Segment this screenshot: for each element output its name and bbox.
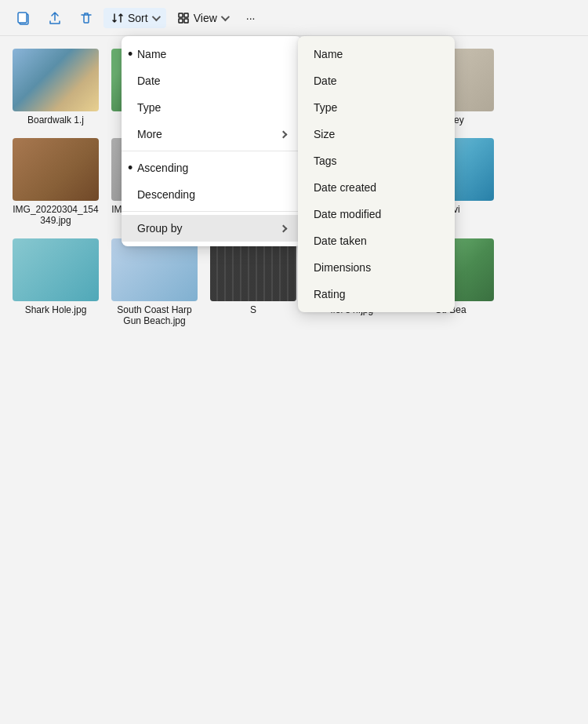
delete-icon-btn[interactable] xyxy=(72,4,100,32)
svg-rect-5 xyxy=(184,19,188,23)
sort-chevron-icon xyxy=(151,12,160,20)
sort-menu-item-name[interactable]: Name xyxy=(122,41,302,67)
file-item[interactable]: S xyxy=(210,238,296,326)
svg-rect-3 xyxy=(184,13,188,17)
sort-more-label: More xyxy=(137,128,162,140)
file-label: Shark Hole.jpg xyxy=(25,304,87,315)
sort-type-label: Type xyxy=(137,101,161,114)
groupby-item-date-created[interactable]: Date created xyxy=(298,174,455,201)
file-thumbnail xyxy=(210,238,296,301)
groupby-item-date-taken[interactable]: Date taken xyxy=(298,227,455,254)
file-label: S xyxy=(250,304,256,315)
groupby-item-tags[interactable]: Tags xyxy=(298,147,455,174)
file-label: Boardwalk 1.j xyxy=(27,115,84,126)
sort-groupby-label: Group by xyxy=(137,222,183,235)
file-item[interactable]: Shark Hole.jpg xyxy=(13,238,99,326)
svg-rect-2 xyxy=(179,13,183,17)
more-button[interactable]: ··· xyxy=(238,8,263,28)
groupby-date-created-label: Date created xyxy=(314,181,376,194)
view-button[interactable]: View xyxy=(169,8,235,28)
sort-menu-item-more[interactable]: More xyxy=(122,121,302,147)
groupby-size-label: Size xyxy=(314,128,335,140)
share-icon-btn[interactable] xyxy=(41,4,69,32)
file-item[interactable]: South Coast Harp Gun Beach.jpg xyxy=(111,238,198,326)
sort-name-label: Name xyxy=(137,48,166,60)
groupby-dimensions-label: Dimensions xyxy=(314,261,371,274)
groupby-date-label: Date xyxy=(314,75,337,87)
svg-rect-1 xyxy=(18,13,27,23)
toolbar: Sort View ··· xyxy=(0,0,588,36)
groupby-item-date-modified[interactable]: Date modified xyxy=(298,201,455,227)
sort-menu-item-descending[interactable]: Descending xyxy=(122,181,302,208)
more-dots: ··· xyxy=(246,12,256,24)
groupby-chevron-icon xyxy=(280,224,288,232)
sort-descending-label: Descending xyxy=(137,188,195,201)
groupby-tags-label: Tags xyxy=(314,155,337,167)
sort-menu-item-type[interactable]: Type xyxy=(122,94,302,121)
file-label: IMG_20220304_154349.jpg xyxy=(13,204,99,226)
sort-menu-item-ascending[interactable]: Ascending xyxy=(122,155,302,181)
more-chevron-icon xyxy=(280,130,288,138)
file-thumbnail xyxy=(13,138,99,201)
sort-button[interactable]: Sort xyxy=(103,8,166,28)
svg-rect-4 xyxy=(179,19,183,23)
view-label: View xyxy=(194,12,217,24)
file-label: South Coast Harp Gun Beach.jpg xyxy=(111,304,198,326)
view-chevron-icon xyxy=(221,12,230,20)
file-item[interactable]: IMG_20220304_154349.jpg xyxy=(13,138,99,226)
groupby-item-date[interactable]: Date xyxy=(298,67,455,94)
menu-divider-2 xyxy=(122,211,302,212)
sort-menu-item-groupby[interactable]: Group by xyxy=(122,215,302,242)
sort-label: Sort xyxy=(128,12,148,24)
file-thumbnail xyxy=(13,238,99,301)
file-item[interactable]: Boardwalk 1.j xyxy=(13,49,99,126)
groupby-item-rating[interactable]: Rating xyxy=(298,281,455,307)
sort-date-label: Date xyxy=(137,75,161,87)
groupby-name-label: Name xyxy=(314,48,343,60)
copy-icon-btn[interactable] xyxy=(9,4,38,32)
groupby-date-taken-label: Date taken xyxy=(314,235,367,247)
groupby-type-label: Type xyxy=(314,101,337,114)
groupby-submenu: Name Date Type Size Tags Date created Da… xyxy=(298,36,455,312)
groupby-item-name[interactable]: Name xyxy=(298,41,455,67)
sort-ascending-label: Ascending xyxy=(137,162,188,174)
groupby-rating-label: Rating xyxy=(314,288,345,300)
sort-menu-item-date[interactable]: Date xyxy=(122,67,302,94)
groupby-item-dimensions[interactable]: Dimensions xyxy=(298,254,455,281)
file-thumbnail xyxy=(111,238,198,301)
groupby-item-size[interactable]: Size xyxy=(298,121,455,147)
groupby-item-type[interactable]: Type xyxy=(298,94,455,121)
groupby-date-modified-label: Date modified xyxy=(314,208,381,220)
file-thumbnail xyxy=(13,49,99,111)
sort-menu: Name Date Type More Ascending Descending… xyxy=(122,36,302,246)
menu-divider xyxy=(122,151,302,151)
